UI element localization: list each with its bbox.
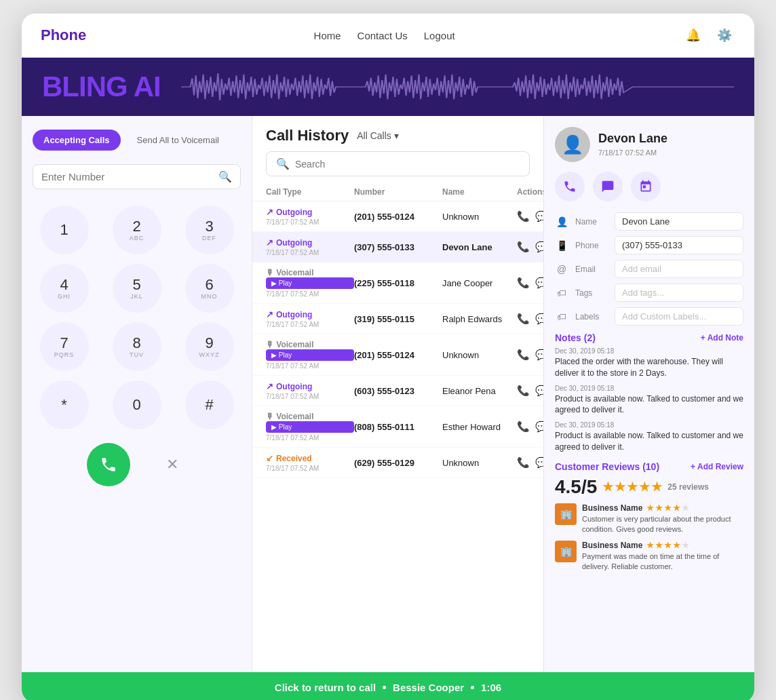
call-name: Jane Cooper bbox=[442, 278, 517, 288]
call-row[interactable]: ↗ Outgoing 7/18/17 07:52 AM (319) 555-01… bbox=[252, 304, 543, 334]
accepting-calls-button[interactable]: Accepting Calls bbox=[33, 130, 121, 151]
call-action-phone-icon[interactable]: 📞 bbox=[517, 421, 530, 433]
contact-message-button[interactable] bbox=[593, 172, 623, 201]
name-value[interactable]: Devon Lane bbox=[615, 212, 743, 231]
dial-3[interactable]: 3DEF bbox=[185, 206, 234, 254]
header-nav: Home Contact Us Logout bbox=[314, 30, 455, 41]
note-date: Dec 30, 2019 05:18 bbox=[555, 421, 743, 429]
call-type-cell: ↗ Outgoing 7/18/17 07:52 AM bbox=[266, 309, 354, 328]
contact-calendar-button[interactable] bbox=[631, 172, 661, 201]
play-voicemail-button[interactable]: ▶ Play bbox=[266, 349, 354, 361]
phone-field-row: 📱 Phone (307) 555-0133 bbox=[555, 236, 743, 254]
nav-logout[interactable]: Logout bbox=[424, 30, 455, 41]
contact-header: 👤 Devon Lane 7/18/17 07:52 AM bbox=[555, 127, 743, 162]
nav-home[interactable]: Home bbox=[314, 30, 341, 41]
dial-2[interactable]: 2ABC bbox=[113, 206, 161, 254]
dial-9[interactable]: 9WXYZ bbox=[185, 322, 234, 371]
search-input[interactable] bbox=[295, 159, 520, 170]
filter-dropdown[interactable]: All Calls ▾ bbox=[357, 130, 399, 141]
settings-icon[interactable]: ⚙️ bbox=[714, 24, 735, 46]
call-type-cell: 🎙 Voicemail ▶ Play 7/18/17 07:52 AM bbox=[266, 412, 354, 442]
contact-actions bbox=[555, 172, 743, 201]
call-type-cell: ↙ Received 7/18/17 07:52 AM bbox=[266, 453, 354, 472]
star: ★ bbox=[655, 503, 663, 513]
review-text: Payment was made on time at the time of … bbox=[582, 551, 743, 572]
dial-4[interactable]: 4GHI bbox=[40, 264, 89, 313]
app-container: Phone Home Contact Us Logout 🔔 ⚙️ BLING … bbox=[22, 14, 754, 700]
email-field-row: @ Email Add email bbox=[555, 260, 743, 278]
call-row[interactable]: 🎙 Voicemail ▶ Play 7/18/17 07:52 AM (201… bbox=[252, 334, 543, 376]
tags-value[interactable]: Add tags... bbox=[615, 284, 743, 302]
caller-name: Bessie Cooper bbox=[393, 682, 464, 693]
send-voicemail-button[interactable]: Send All to Voicemail bbox=[126, 130, 230, 151]
add-note-button[interactable]: + Add Note bbox=[701, 333, 743, 343]
review-stars: ★ ★ ★ ★ ★ bbox=[646, 503, 689, 513]
call-action-msg-icon[interactable]: 💬 bbox=[535, 210, 543, 222]
contact-info: Devon Lane 7/18/17 07:52 AM bbox=[598, 132, 667, 158]
add-review-button[interactable]: + Add Review bbox=[691, 462, 743, 471]
call-row[interactable]: ↗ Outgoing 7/18/17 07:52 AM (603) 555-01… bbox=[252, 376, 543, 406]
play-voicemail-button[interactable]: ▶ Play bbox=[266, 421, 354, 433]
call-action-phone-icon[interactable]: 📞 bbox=[517, 349, 530, 361]
call-number: (808) 555-0111 bbox=[354, 422, 442, 432]
dial-6[interactable]: 6MNO bbox=[185, 264, 234, 313]
outgoing-arrow-icon: ↗ bbox=[266, 309, 273, 319]
play-voicemail-button[interactable]: ▶ Play bbox=[266, 277, 354, 289]
phone-value[interactable]: (307) 555-0133 bbox=[615, 236, 743, 254]
return-to-call-bar[interactable]: Click to return to call Bessie Cooper 1:… bbox=[22, 672, 754, 700]
review-item: 🏢 Business Name ★ ★ ★ ★ ★ Customer is ve… bbox=[555, 503, 743, 535]
header: Phone Home Contact Us Logout 🔔 ⚙️ bbox=[22, 14, 754, 58]
call-type-badge: 🎙 Voicemail bbox=[266, 412, 354, 421]
call-action-phone-icon[interactable]: 📞 bbox=[517, 313, 530, 325]
call-action-msg-icon[interactable]: 💬 bbox=[535, 277, 543, 289]
call-duration: 1:06 bbox=[481, 682, 501, 693]
call-date: 7/18/17 07:52 AM bbox=[266, 393, 354, 400]
call-row[interactable]: 🎙 Voicemail ▶ Play 7/18/17 07:52 AM (225… bbox=[252, 262, 543, 304]
dial-7[interactable]: 7PQRS bbox=[40, 322, 89, 371]
call-action-msg-icon[interactable]: 💬 bbox=[535, 313, 543, 325]
dial-5[interactable]: 5JKL bbox=[113, 264, 161, 313]
nav-contact-us[interactable]: Contact Us bbox=[357, 30, 408, 41]
number-search-icon[interactable]: 🔍 bbox=[218, 170, 232, 183]
email-label: Email bbox=[575, 265, 608, 274]
call-action-phone-icon[interactable]: 📞 bbox=[517, 456, 530, 469]
call-row[interactable]: ↙ Received 7/18/17 07:52 AM (629) 555-01… bbox=[252, 448, 543, 478]
number-input[interactable] bbox=[41, 171, 218, 182]
main-layout: Accepting Calls Send All to Voicemail 🔍 … bbox=[22, 116, 754, 672]
star: ★ bbox=[646, 541, 654, 550]
call-row[interactable]: ↗ Outgoing 7/18/17 07:52 AM (307) 555-01… bbox=[252, 232, 543, 262]
return-to-call-label: Click to return to call bbox=[275, 682, 376, 693]
dial-hash[interactable]: # bbox=[185, 381, 234, 429]
call-type-badge: ↙ Received bbox=[266, 453, 354, 463]
call-action-phone-icon[interactable]: 📞 bbox=[517, 385, 530, 397]
call-action-msg-icon[interactable]: 💬 bbox=[535, 456, 543, 469]
call-action-msg-icon[interactable]: 💬 bbox=[535, 421, 543, 433]
call-row[interactable]: ↗ Outgoing 7/18/17 07:52 AM (201) 555-01… bbox=[252, 201, 543, 232]
person-icon: 👤 bbox=[555, 216, 568, 227]
col-actions: Actions bbox=[517, 187, 544, 197]
review-name: Business Name ★ ★ ★ ★ ★ bbox=[582, 503, 743, 513]
call-button[interactable] bbox=[87, 443, 130, 486]
call-action-msg-icon[interactable]: 💬 bbox=[535, 385, 543, 397]
call-action-msg-icon[interactable]: 💬 bbox=[535, 349, 543, 361]
call-action-phone-icon[interactable]: 📞 bbox=[517, 277, 530, 289]
call-action-phone-icon[interactable]: 📞 bbox=[517, 241, 530, 253]
call-action-phone-icon[interactable]: 📞 bbox=[517, 210, 530, 222]
notes-title: Notes (2) bbox=[555, 332, 596, 343]
contact-date: 7/18/17 07:52 AM bbox=[598, 149, 657, 157]
contact-call-button[interactable] bbox=[555, 172, 585, 201]
call-type-cell: 🎙 Voicemail ▶ Play 7/18/17 07:52 AM bbox=[266, 268, 354, 298]
call-action-msg-icon[interactable]: 💬 bbox=[535, 241, 543, 253]
cancel-button[interactable]: ✕ bbox=[157, 450, 187, 480]
outgoing-arrow-icon: ↗ bbox=[266, 381, 273, 391]
dial-0[interactable]: 0 bbox=[113, 381, 161, 429]
notification-icon[interactable]: 🔔 bbox=[682, 24, 704, 46]
call-name: Unknown bbox=[442, 350, 517, 360]
dial-1[interactable]: 1 bbox=[40, 206, 89, 254]
dial-star[interactable]: * bbox=[40, 381, 89, 429]
email-value[interactable]: Add email bbox=[615, 260, 743, 278]
call-row[interactable]: 🎙 Voicemail ▶ Play 7/18/17 07:52 AM (808… bbox=[252, 406, 543, 448]
call-actions: 📞 💬 📅 bbox=[517, 313, 543, 325]
dial-8[interactable]: 8TUV bbox=[113, 322, 161, 371]
labels-value[interactable]: Add Custom Labels... bbox=[615, 307, 743, 326]
